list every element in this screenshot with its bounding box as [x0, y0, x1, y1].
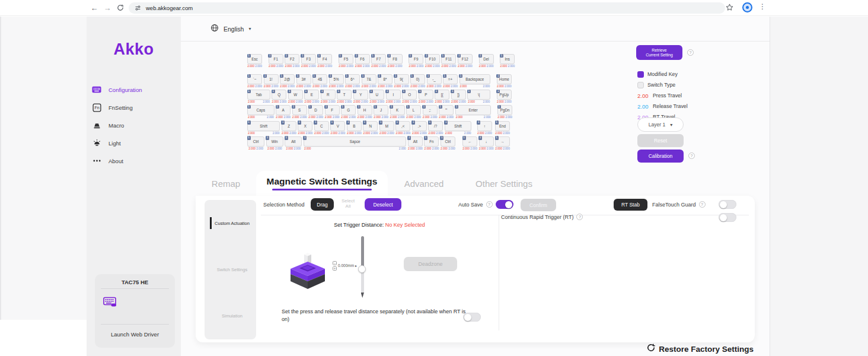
- key-0[interactable]: 10)2.0002.000: [410, 74, 425, 88]
- key-esc[interactable]: 1Esc2.0002.000: [247, 54, 262, 68]
- subnav-item-simulation[interactable]: Simulation: [218, 313, 242, 319]
- key-b[interactable]: 1B2.0002.000: [347, 121, 362, 135]
- sidebar-item-fnsetting[interactable]: FnFnSetting: [92, 98, 181, 116]
- subnav-item-custom-actuation[interactable]: Custom Actuation: [211, 221, 250, 226]
- key-m[interactable]: 1M2.0002.000: [379, 121, 394, 135]
- language-selector[interactable]: English ▾: [210, 24, 251, 34]
- key-a[interactable]: 1A2.0002.000: [276, 105, 291, 119]
- key-symbol[interactable]: 1`~2.0002.000: [247, 74, 262, 88]
- key-pgdn[interactable]: 1PgDn2.0002.000: [497, 105, 512, 119]
- key-symbol[interactable]: 1/?2.0002.000: [428, 121, 443, 135]
- key-r[interactable]: 1R2.0002.000: [321, 90, 336, 104]
- switch-type-checkbox[interactable]: [637, 82, 644, 88]
- forward-icon[interactable]: →: [102, 2, 113, 13]
- rt-stab-button[interactable]: RT Stab: [614, 199, 647, 211]
- deadzone-button[interactable]: Deadzone: [404, 257, 457, 271]
- key-u[interactable]: 1U2.0002.000: [369, 90, 384, 104]
- key-w[interactable]: 1W2.0002.000: [288, 90, 303, 104]
- key-c[interactable]: 1C2.0002.000: [314, 121, 329, 135]
- key-symbol[interactable]: 1.>2.0002.000: [412, 121, 427, 135]
- sidebar-item-macro[interactable]: Macro: [92, 116, 181, 134]
- tab-magnetic-switch-settings[interactable]: Magnetic Switch Settings: [256, 171, 388, 196]
- help-icon[interactable]: ?: [687, 49, 694, 56]
- key-o[interactable]: 1O2.0002.000: [402, 90, 417, 104]
- key-shift[interactable]: 1Shift2.0002.000: [247, 121, 280, 135]
- key-pgup[interactable]: 1PgUp2.0002.000: [497, 90, 512, 104]
- key-f12[interactable]: 1F122.0002.000: [458, 54, 473, 68]
- key-f11[interactable]: 1F112.0002.000: [441, 54, 456, 68]
- key-f6[interactable]: 1F62.0002.000: [355, 54, 370, 68]
- key-d[interactable]: 1D2.0002.000: [308, 105, 323, 119]
- key-e[interactable]: 1E2.0002.000: [304, 90, 319, 104]
- key-win[interactable]: 1Win2.0002.000: [266, 136, 283, 151]
- key-f3[interactable]: 1F32.0002.000: [301, 54, 316, 68]
- url-bar[interactable]: web.akkogear.com: [129, 2, 725, 14]
- key-home[interactable]: 1Home2.0002.000: [497, 74, 512, 88]
- key-alt[interactable]: 1Alt2.0002.000: [408, 136, 423, 151]
- profile-avatar[interactable]: [742, 2, 752, 12]
- help-icon[interactable]: ?: [688, 152, 695, 159]
- key-symbol[interactable]: 1]}2.0002.000: [451, 90, 466, 104]
- key-symbol[interactable]: 1[{2.0002.000: [435, 90, 449, 104]
- key-f2[interactable]: 1F22.0002.000: [285, 54, 299, 68]
- stepper-minus-icon[interactable]: −: [333, 261, 337, 265]
- key-tab[interactable]: 1Tab2.0002.000: [247, 90, 270, 104]
- key-f10[interactable]: 1F102.0002.000: [425, 54, 440, 68]
- calibration-button[interactable]: Calibration: [637, 150, 684, 163]
- key-caps[interactable]: 1Caps2.0002.000: [247, 105, 275, 119]
- key-ctrl[interactable]: 1Ctrl2.0002.000: [441, 136, 455, 151]
- key-i[interactable]: 1I2.0002.000: [386, 90, 401, 104]
- key-t[interactable]: 1T2.0002.000: [337, 90, 352, 104]
- key-arrow-left[interactable]: 1←2.0002.000: [462, 136, 477, 151]
- key-2[interactable]: 12@2.0002.000: [280, 74, 295, 88]
- auto-save-toggle[interactable]: [496, 200, 513, 209]
- key-z[interactable]: 1Z2.0002.000: [282, 121, 296, 135]
- key-f4[interactable]: 1F42.0002.000: [317, 54, 332, 68]
- stepper-plus-icon[interactable]: +: [333, 266, 337, 271]
- key-v[interactable]: 1V2.0002.000: [330, 121, 345, 135]
- key-f1[interactable]: 1F12.0002.000: [269, 54, 283, 68]
- sidebar-item-about[interactable]: About: [92, 152, 181, 170]
- continuous-rt-toggle[interactable]: [719, 213, 736, 222]
- confirm-button[interactable]: Confirm: [521, 199, 556, 211]
- restore-factory-settings-button[interactable]: Restore Factory Settings: [647, 344, 754, 354]
- key-j[interactable]: 1J2.0002.000: [374, 105, 388, 119]
- key-alt[interactable]: 1Alt2.0002.000: [285, 136, 302, 151]
- key-n[interactable]: 1N2.0002.000: [363, 121, 378, 135]
- bookmark-star-icon[interactable]: [726, 3, 733, 14]
- tab-remap[interactable]: Remap: [196, 171, 256, 196]
- help-icon[interactable]: ?: [576, 214, 583, 220]
- key-sapce[interactable]: 1Sapce2.0002.000: [304, 136, 407, 151]
- layer-select[interactable]: Layer 1 ▾: [637, 117, 684, 132]
- key-k[interactable]: 1K2.0002.000: [390, 105, 405, 119]
- key-backspace[interactable]: 1Backspace2.0002.000: [459, 74, 491, 88]
- key-symbol[interactable]: 1=+2.0002.000: [443, 74, 458, 88]
- key-x[interactable]: 1X2.0002.000: [298, 121, 312, 135]
- help-icon[interactable]: ?: [486, 201, 493, 208]
- launch-web-driver-button[interactable]: Launch Web Driver: [95, 331, 175, 338]
- key-6[interactable]: 16^2.0002.000: [345, 74, 360, 88]
- key-ins[interactable]: 1Ins2.0002.000: [500, 54, 515, 68]
- key-g[interactable]: 1G2.0002.000: [341, 105, 356, 119]
- key-s[interactable]: 1S2.0002.000: [292, 105, 307, 119]
- key-enter[interactable]: 1Enter2.0002.000: [455, 105, 492, 119]
- key-h[interactable]: 1H2.0002.000: [358, 105, 372, 119]
- key-l[interactable]: 1L2.0002.000: [406, 105, 421, 119]
- key-symbol[interactable]: 1'"2.0002.000: [439, 105, 454, 119]
- help-icon[interactable]: ?: [699, 201, 706, 208]
- key-f8[interactable]: 1F82.0002.000: [388, 54, 403, 68]
- key-p[interactable]: 1P2.0002.000: [419, 90, 433, 104]
- subnav-item-switch-settings[interactable]: Switch Settings: [213, 267, 247, 272]
- key-arrow-up[interactable]: 1↑2.0002.000: [477, 121, 492, 135]
- falsetouch-guard-toggle[interactable]: [719, 200, 736, 209]
- select-all-button[interactable]: Select All: [338, 198, 358, 209]
- key-fn[interactable]: 1Fn2.0002.000: [424, 136, 439, 151]
- key-1[interactable]: 11!2.0002.000: [264, 74, 279, 88]
- key-f[interactable]: 1F2.0002.000: [325, 105, 340, 119]
- browser-menu-icon[interactable]: ⋮: [759, 2, 766, 11]
- retrieve-current-setting-button[interactable]: Retrieve Current Setting: [636, 45, 682, 60]
- key-f7[interactable]: 1F72.0002.000: [371, 54, 386, 68]
- reset-button[interactable]: Reset: [637, 134, 684, 147]
- key-ctrl[interactable]: 1Ctrl2.0002.000: [247, 136, 264, 151]
- slider-handle[interactable]: [358, 265, 366, 273]
